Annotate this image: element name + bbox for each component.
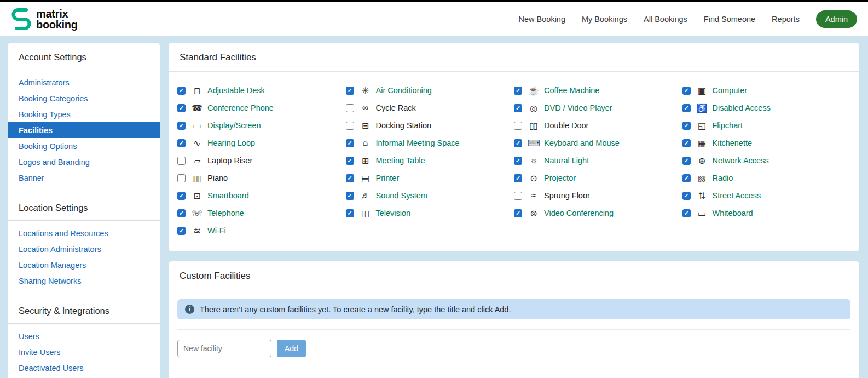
facility-label-hearing-loop[interactable]: Hearing Loop (207, 139, 255, 147)
facility-label-docking-station[interactable]: Docking Station (376, 121, 432, 130)
facility-checkbox-sprung-floor[interactable] (514, 192, 522, 200)
facility-checkbox-conference-phone[interactable]: ✓ (177, 104, 186, 112)
matrix-booking-logo[interactable]: matrix booking (11, 7, 78, 31)
facility-checkbox-smartboard[interactable]: ✓ (177, 192, 186, 200)
nav-item-reports[interactable]: Reports (772, 15, 800, 24)
facility-label-sprung-floor[interactable]: Sprung Floor (544, 191, 590, 200)
facility-checkbox-whiteboard[interactable]: ✓ (682, 209, 691, 217)
facility-checkbox-network-access[interactable]: ✓ (682, 157, 691, 165)
sidebar-item-location-administrators[interactable]: Location Administrators (8, 241, 160, 257)
sidebar-item-banner[interactable]: Banner (8, 170, 160, 186)
facility-checkbox-television[interactable]: ✓ (346, 209, 354, 217)
facility-checkbox-laptop-riser[interactable] (177, 157, 186, 165)
sidebar-item-users[interactable]: Users (8, 328, 160, 344)
facility-checkbox-radio[interactable]: ✓ (682, 174, 691, 182)
facility-label-double-door[interactable]: Double Door (544, 121, 588, 130)
facility-label-laptop-riser[interactable]: Laptop Riser (207, 156, 252, 165)
facility-checkbox-street-access[interactable]: ✓ (682, 192, 691, 200)
facility-kitchenette: ✓▦Kitchenette (682, 134, 851, 152)
sidebar-item-locations-and-resources[interactable]: Locations and Resources (8, 225, 160, 241)
custom-facilities-title: Custom Facilities (169, 261, 859, 290)
facility-label-informal-meeting-space[interactable]: Informal Meeting Space (376, 139, 460, 147)
facility-checkbox-keyboard-and-mouse[interactable]: ✓ (514, 139, 522, 147)
facility-label-video-conferencing[interactable]: Video Conferencing (544, 209, 614, 217)
sidebar-item-booking-options[interactable]: Booking Options (8, 138, 160, 154)
sidebar-item-booking-categories[interactable]: Booking Categories (8, 90, 160, 106)
facility-label-natural-light[interactable]: Natural Light (544, 156, 589, 165)
nav-item-find-someone[interactable]: Find Someone (704, 15, 755, 24)
facility-checkbox-meeting-table[interactable]: ✓ (346, 157, 354, 165)
facility-hearing-loop: ✓∿Hearing Loop (177, 134, 346, 152)
sidebar-item-booking-types[interactable]: Booking Types (8, 106, 160, 122)
facility-label-keyboard-and-mouse[interactable]: Keyboard and Mouse (544, 139, 620, 147)
facility-label-telephone[interactable]: Telephone (207, 209, 244, 217)
facility-checkbox-computer[interactable]: ✓ (682, 87, 691, 95)
facility-label-printer[interactable]: Printer (376, 174, 400, 182)
facility-label-radio[interactable]: Radio (713, 174, 733, 182)
facility-radio: ✓▧Radio (682, 169, 851, 187)
facility-checkbox-informal-meeting-space[interactable]: ✓ (346, 139, 354, 147)
video-conferencing-icon: ⊚ (527, 208, 539, 219)
sidebar-item-location-managers[interactable]: Location Managers (8, 257, 160, 273)
facility-label-display-screen[interactable]: Display/Screen (207, 121, 261, 130)
facility-label-disabled-access[interactable]: Disabled Access (713, 104, 771, 112)
sidebar-item-deactivated-users[interactable]: Deactivated Users (8, 360, 160, 376)
facility-label-dvd-video-player[interactable]: DVD / Video Player (544, 104, 612, 112)
sidebar-item-sharing-networks[interactable]: Sharing Networks (8, 273, 160, 289)
facility-label-piano[interactable]: Piano (207, 174, 228, 182)
facility-checkbox-disabled-access[interactable]: ✓ (682, 104, 691, 112)
facility-checkbox-telephone[interactable]: ✓ (177, 209, 186, 217)
facility-checkbox-printer[interactable]: ✓ (346, 174, 354, 182)
facility-checkbox-double-door[interactable] (514, 122, 522, 130)
facility-checkbox-docking-station[interactable] (346, 122, 354, 130)
facility-label-meeting-table[interactable]: Meeting Table (376, 156, 425, 165)
facility-label-conference-phone[interactable]: Conference Phone (207, 104, 274, 112)
facility-label-street-access[interactable]: Street Access (713, 191, 761, 200)
facility-checkbox-piano[interactable] (177, 174, 186, 182)
nav-item-all-bookings[interactable]: All Bookings (644, 15, 687, 24)
facility-printer: ✓▤Printer (346, 169, 514, 187)
facility-label-projector[interactable]: Projector (544, 174, 576, 182)
facility-network-access: ✓⊕Network Access (682, 152, 851, 169)
facility-label-flipchart[interactable]: Flipchart (713, 121, 743, 130)
facility-checkbox-cycle-rack[interactable] (346, 104, 354, 112)
facility-label-computer[interactable]: Computer (713, 86, 748, 95)
facility-checkbox-flipchart[interactable]: ✓ (682, 122, 691, 130)
facility-label-whiteboard[interactable]: Whiteboard (713, 209, 753, 217)
sidebar-item-logos-and-branding[interactable]: Logos and Branding (8, 154, 160, 170)
facility-label-sound-system[interactable]: Sound System (376, 191, 427, 200)
facility-label-television[interactable]: Television (376, 209, 411, 217)
facility-checkbox-wi-fi[interactable]: ✓ (177, 227, 186, 235)
facility-checkbox-coffee-machine[interactable]: ✓ (514, 87, 522, 95)
new-facility-input[interactable] (177, 340, 271, 357)
nav-item-my-bookings[interactable]: My Bookings (582, 15, 627, 24)
sprung-floor-icon: ≈ (527, 191, 539, 201)
facility-checkbox-dvd-video-player[interactable]: ✓ (514, 104, 522, 112)
admin-button[interactable]: Admin (816, 10, 857, 28)
sidebar-item-administrators[interactable]: Administrators (8, 75, 160, 90)
facility-checkbox-air-conditioning[interactable]: ✓ (346, 87, 354, 95)
facility-informal-meeting-space: ✓⌂Informal Meeting Space (346, 134, 514, 152)
facility-label-cycle-rack[interactable]: Cycle Rack (376, 104, 416, 112)
facility-checkbox-display-screen[interactable]: ✓ (177, 122, 186, 130)
nav-item-new-booking[interactable]: New Booking (519, 15, 565, 24)
add-facility-button[interactable]: Add (277, 340, 306, 357)
sidebar-item-facilities[interactable]: Facilities (8, 122, 160, 138)
facility-label-kitchenette[interactable]: Kitchenette (713, 139, 753, 147)
facility-checkbox-adjustable-desk[interactable]: ✓ (177, 87, 186, 95)
facility-label-air-conditioning[interactable]: Air Conditioning (376, 86, 432, 95)
laptop-riser-icon: ▱ (190, 156, 202, 166)
telephone-icon: ☏ (190, 208, 202, 219)
facility-checkbox-hearing-loop[interactable]: ✓ (177, 139, 186, 147)
sidebar-item-invite-users[interactable]: Invite Users (8, 344, 160, 360)
facility-checkbox-video-conferencing[interactable]: ✓ (514, 209, 522, 217)
facility-label-adjustable-desk[interactable]: Adjustable Desk (207, 86, 265, 95)
facility-label-smartboard[interactable]: Smartboard (207, 191, 249, 200)
facility-checkbox-sound-system[interactable]: ✓ (346, 192, 354, 200)
facility-label-coffee-machine[interactable]: Coffee Machine (544, 86, 599, 95)
facility-checkbox-natural-light[interactable]: ✓ (514, 157, 522, 165)
facility-checkbox-kitchenette[interactable]: ✓ (682, 139, 691, 147)
facility-label-network-access[interactable]: Network Access (713, 156, 769, 165)
facility-checkbox-projector[interactable]: ✓ (514, 174, 522, 182)
facility-label-wi-fi[interactable]: Wi-Fi (207, 226, 226, 235)
